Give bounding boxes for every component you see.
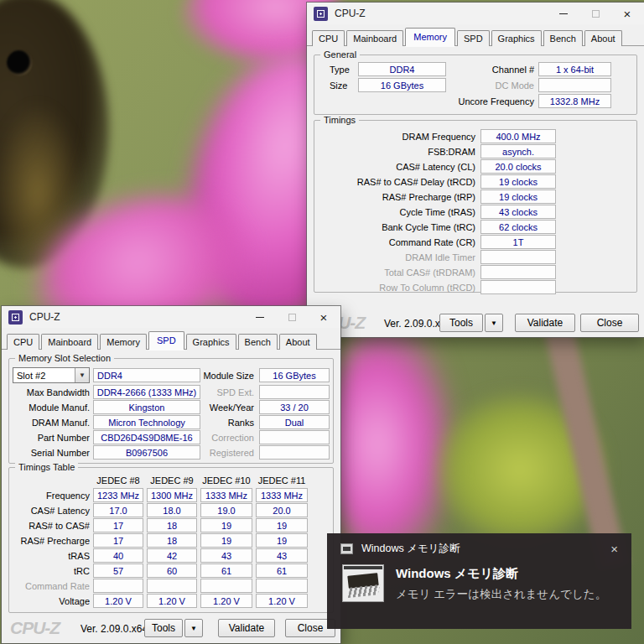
cell: 1300 MHz [147,488,197,502]
validate-button[interactable]: Validate [515,314,575,332]
slot-selection-groupbox: Memory Slot Selection Slot #2 ▼ DDR4 Mod… [8,358,334,464]
cell: 19 [200,533,252,548]
timings-groupbox: Timings DRAM Frequency 400.0 MHz FSB:DRA… [314,120,637,293]
serial-number-value: B0967506 [93,445,200,460]
memory-diagnostic-toast[interactable]: Windows メモリ診断 × Windows メモリ診断 メモリ エラーは検出… [327,533,631,629]
tabstrip: CPU Mainboard Memory SPD Graphics Bench … [307,24,644,46]
toast-close-icon[interactable]: × [609,542,620,556]
channel-label: Channel # [440,62,534,76]
tab-cpu[interactable]: CPU [7,334,39,350]
jedec-column-header: JEDEC #9 [147,473,197,487]
foxglove-bud [327,319,453,570]
timing-value: 19 clocks [480,190,556,204]
ranks-label: Ranks [190,415,254,429]
slot-selection-legend: Memory Slot Selection [15,353,114,363]
cell: 61 [200,564,252,578]
close-icon[interactable]: × [622,8,632,18]
desktop: CPU-Z × CPU Mainboard Memory SPD Graphic… [0,0,644,644]
row-label: Frequency [13,488,90,502]
timing-label: RAS# Precharge (tRP) [323,190,475,204]
correction-label: Correction [190,430,254,444]
cell: 60 [147,564,197,578]
tools-button[interactable]: Tools [439,314,483,332]
registered-label: Registered [190,445,254,460]
max-bandwidth-label: Max Bandwidth [13,385,90,399]
tab-about[interactable]: About [584,30,622,46]
type-value: DDR4 [358,62,446,76]
slot-select[interactable]: Slot #2 ▼ [13,367,90,383]
cell: 43 [256,548,308,563]
tools-button[interactable]: Tools [144,619,183,637]
close-icon[interactable]: × [319,312,329,322]
registered-value [259,445,330,460]
module-size-value: 16 GBytes [259,368,330,382]
cell: 1.20 V [256,594,308,608]
channel-value: 1 x 64-bit [538,62,611,76]
tab-graphics[interactable]: Graphics [491,30,542,46]
titlebar[interactable]: CPU-Z × [307,3,644,24]
module-size-label: Module Size [190,368,254,382]
minimize-button[interactable] [558,8,569,18]
cell: 43 [200,548,252,563]
jedec-column-header: JEDEC #10 [200,473,252,487]
dc-mode-value [538,78,611,92]
cell: 18.0 [147,503,197,517]
serial-number-label: Serial Number [13,445,90,460]
tools-dropdown-button[interactable]: ▼ [485,314,503,332]
cpuz-app-icon [314,7,328,21]
cell: 1.20 V [93,594,143,608]
chevron-down-icon[interactable]: ▼ [75,368,89,382]
timing-value: 20.0 clocks [480,159,556,174]
max-bandwidth-value: DDR4-2666 (1333 MHz) [93,385,200,399]
spd-ext-label: SPD Ext. [190,385,254,399]
validate-button[interactable]: Validate [218,619,275,637]
tab-cpu[interactable]: CPU [312,30,345,46]
timing-label: Row To Column (tRCD) [323,280,475,294]
timings-table-legend: Timings Table [15,462,78,472]
cell: 20.0 [256,503,308,517]
jedec-column-header: JEDEC #8 [93,473,143,487]
jedec-column-header: JEDEC #11 [256,473,308,487]
tab-mainboard[interactable]: Mainboard [346,30,403,46]
tab-memory[interactable]: Memory [100,334,147,350]
row-label: Command Rate [13,579,90,593]
tab-spd[interactable]: SPD [148,331,184,350]
cell [256,579,308,593]
tab-about[interactable]: About [279,334,317,350]
tabstrip: CPU Mainboard Memory SPD Graphics Bench … [2,328,340,350]
timing-value: asynch. [480,144,556,158]
tab-spd[interactable]: SPD [457,30,490,46]
slot-select-value: Slot #2 [13,368,75,382]
module-manuf-value: Kingston [93,400,200,414]
chevron-down-icon: ▼ [190,625,197,632]
tab-mainboard[interactable]: Mainboard [41,334,98,350]
row-label: CAS# Latency [13,503,90,517]
part-number-label: Part Number [13,430,90,444]
window-title: CPU-Z [335,8,558,19]
size-value: 16 GBytes [358,78,446,92]
cell: 1.20 V [200,594,252,608]
minimize-button[interactable] [255,312,265,322]
titlebar[interactable]: CPU-Z × [2,306,340,328]
cell: 19.0 [200,503,252,517]
tab-bench[interactable]: Bench [238,334,278,350]
memory-diagnostic-icon [340,543,353,554]
tab-memory[interactable]: Memory [405,28,455,46]
tools-dropdown-button[interactable]: ▼ [184,619,203,637]
tab-graphics[interactable]: Graphics [186,334,236,350]
timing-label: DRAM Frequency [323,129,475,143]
row-label: tRAS [13,548,90,563]
tab-bench[interactable]: Bench [543,30,583,46]
timing-label: CAS# Latency (CL) [323,159,475,174]
close-button[interactable]: Close [580,314,639,332]
size-label: Size [330,78,347,92]
maximize-button [590,8,600,18]
cell: 18 [147,533,197,548]
week-year-label: Week/Year [190,400,254,414]
cell: 18 [147,518,197,532]
timing-value: 62 clocks [480,220,556,234]
uncore-value: 1332.8 MHz [538,94,611,108]
cpuz-memory-window: CPU-Z × CPU Mainboard Memory SPD Graphic… [307,3,644,337]
timing-label: FSB:DRAM [323,144,475,158]
maximize-button [287,312,297,322]
